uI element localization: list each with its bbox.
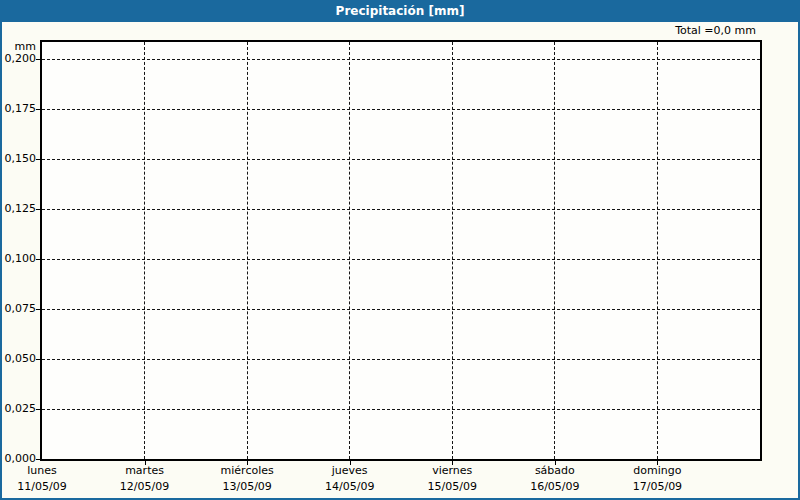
h-gridline <box>42 109 760 110</box>
x-date-label: 17/05/09 <box>597 480 717 493</box>
v-gridline <box>349 42 350 459</box>
v-gridline <box>554 42 555 459</box>
y-tick-label: 0,025 <box>2 402 36 416</box>
chart-title-bar: Precipitación [mm] <box>0 0 800 22</box>
v-gridline <box>247 42 248 459</box>
chart-window: Precipitación [mm] Total =0,0 mm mm 0,20… <box>0 0 800 500</box>
h-gridline <box>42 309 760 310</box>
x-day-label: domingo <box>597 464 717 477</box>
y-tick-label: 0,075 <box>2 302 36 316</box>
v-gridline <box>144 42 145 459</box>
y-tick-label: 0,200 <box>2 52 36 66</box>
y-tick <box>36 159 40 160</box>
v-gridline <box>452 42 453 459</box>
h-gridline <box>42 209 760 210</box>
y-tick-label: 0,050 <box>2 352 36 366</box>
y-tick-label: 0,175 <box>2 102 36 116</box>
y-tick <box>36 209 40 210</box>
y-tick-label: 0,125 <box>2 202 36 216</box>
h-gridline <box>42 409 760 410</box>
y-tick <box>36 59 40 60</box>
y-tick <box>36 309 40 310</box>
h-gridline <box>42 159 760 160</box>
y-tick <box>36 359 40 360</box>
y-tick-label: 0,100 <box>2 252 36 266</box>
y-tick <box>36 259 40 260</box>
y-tick <box>36 409 40 410</box>
h-gridline <box>42 359 760 360</box>
chart-title: Precipitación [mm] <box>336 4 465 18</box>
total-label: Total =0,0 mm <box>675 24 756 38</box>
plot-area <box>40 40 762 461</box>
h-gridline <box>42 59 760 60</box>
h-gridline <box>42 259 760 260</box>
y-tick <box>36 109 40 110</box>
y-tick-label: 0,150 <box>2 152 36 166</box>
y-tick <box>36 459 40 460</box>
v-gridline <box>657 42 658 459</box>
